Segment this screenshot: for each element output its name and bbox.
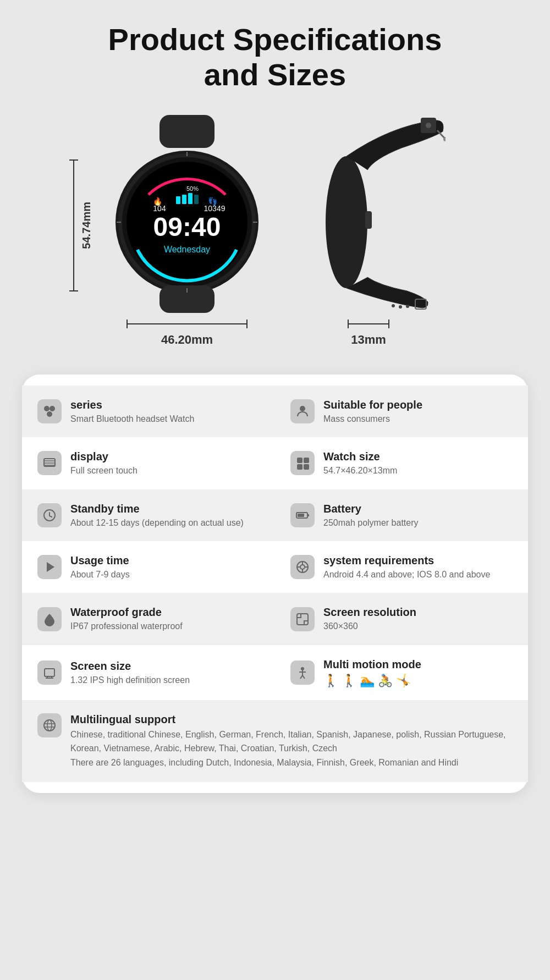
svg-text:Wednesday: Wednesday bbox=[164, 245, 210, 254]
battery-value: 250mah polymer battery bbox=[323, 517, 419, 529]
motion-icon-4: 🚴 bbox=[378, 674, 393, 688]
battery-text: Battery 250mah polymer battery bbox=[323, 502, 419, 529]
width-label: 46.20mm bbox=[161, 333, 213, 347]
series-value: Smart Bluetooth headset Watch bbox=[70, 413, 194, 425]
svg-text:09:40: 09:40 bbox=[153, 212, 221, 241]
spec-series: series Smart Bluetooth headset Watch bbox=[22, 386, 275, 437]
svg-rect-45 bbox=[298, 514, 304, 517]
series-label: series bbox=[70, 398, 194, 412]
svg-point-32 bbox=[50, 406, 55, 411]
sysreq-text: system requirements Android 4.4 and abov… bbox=[323, 553, 490, 581]
display-text: display Full screen touch bbox=[70, 449, 138, 477]
motion-text: Multi motion mode 🚶 🚶 🏊 🚴 🤸 bbox=[323, 657, 421, 688]
spec-row-3: Standby time About 12-15 days (depending… bbox=[22, 489, 528, 541]
screen-size-value: 1.32 IPS high definition screen bbox=[70, 674, 190, 686]
motion-icon-5: 🤸 bbox=[396, 674, 411, 688]
spec-row-7: Multilingual support Chinese, traditiona… bbox=[22, 700, 528, 782]
svg-rect-41 bbox=[297, 464, 302, 470]
svg-rect-46 bbox=[307, 514, 309, 516]
spec-resolution: Screen resolution 360×360 bbox=[275, 593, 528, 645]
spec-row-4: Usage time About 7-9 days system require… bbox=[22, 541, 528, 593]
spec-standby: Standby time About 12-15 days (depending… bbox=[22, 489, 275, 541]
spec-row-6: Screen size 1.32 IPS high definition scr… bbox=[22, 645, 528, 700]
watch-front: 54.74mm 09:40 Wednesday bbox=[105, 115, 270, 347]
spec-display: display Full screen touch bbox=[22, 437, 275, 489]
usage-icon bbox=[37, 555, 62, 579]
sysreq-value: Android 4.4 and above; IOS 8.0 and above bbox=[323, 569, 490, 581]
spec-suitable: Suitable for people Mass consumers bbox=[275, 386, 528, 437]
display-icon bbox=[37, 451, 62, 475]
suitable-value: Mass consumers bbox=[323, 413, 422, 425]
spec-screen-size: Screen size 1.32 IPS high definition scr… bbox=[22, 645, 275, 700]
motion-icons: 🚶 🚶 🏊 🚴 🤸 bbox=[323, 674, 421, 688]
diagram-section: 54.74mm 09:40 Wednesday bbox=[0, 93, 550, 347]
svg-point-31 bbox=[44, 406, 50, 411]
series-text: series Smart Bluetooth headset Watch bbox=[70, 398, 194, 425]
width-dimension: 46.20mm bbox=[105, 320, 270, 347]
height-label: 54.74mm bbox=[80, 202, 93, 249]
specs-card: series Smart Bluetooth headset Watch Sui… bbox=[22, 375, 528, 793]
svg-point-34 bbox=[300, 406, 305, 411]
svg-text:👣: 👣 bbox=[208, 197, 218, 206]
suitable-text: Suitable for people Mass consumers bbox=[323, 398, 422, 425]
resolution-label: Screen resolution bbox=[323, 605, 416, 619]
spec-usage: Usage time About 7-9 days bbox=[22, 541, 275, 593]
watch-side-svg bbox=[292, 115, 446, 313]
spec-multilingual: Multilingual support Chinese, traditiona… bbox=[37, 712, 513, 770]
watch-container: 54.74mm 09:40 Wednesday bbox=[33, 115, 517, 347]
svg-rect-55 bbox=[45, 669, 54, 676]
spec-row-2: display Full screen touch Watch size 54.… bbox=[22, 437, 528, 489]
battery-icon bbox=[290, 503, 315, 527]
standby-label: Standby time bbox=[70, 502, 244, 516]
multilingual-text: Multilingual support Chinese, traditiona… bbox=[70, 712, 513, 770]
usage-value: About 7-9 days bbox=[70, 569, 130, 581]
standby-icon bbox=[37, 503, 62, 527]
svg-text:50%: 50% bbox=[186, 185, 199, 192]
waterproof-label: Waterproof grade bbox=[70, 605, 183, 619]
motion-icon bbox=[290, 660, 315, 685]
svg-text:🔥: 🔥 bbox=[153, 197, 163, 206]
svg-point-65 bbox=[47, 720, 52, 731]
suitable-label: Suitable for people bbox=[323, 398, 422, 412]
sysreq-icon bbox=[290, 555, 315, 579]
page-title: Product Specifications and Sizes bbox=[75, 22, 475, 93]
multilingual-icon bbox=[37, 713, 62, 737]
resolution-icon bbox=[290, 607, 315, 631]
waterproof-value: IP67 professional waterproof bbox=[70, 620, 183, 632]
series-icon bbox=[37, 399, 62, 423]
motion-label: Multi motion mode bbox=[323, 657, 421, 671]
battery-label: Battery bbox=[323, 502, 419, 516]
suitable-icon bbox=[290, 399, 315, 423]
resolution-value: 360×360 bbox=[323, 620, 416, 632]
screen-size-text: Screen size 1.32 IPS high definition scr… bbox=[70, 659, 190, 686]
svg-point-24 bbox=[426, 123, 431, 128]
usage-text: Usage time About 7-9 days bbox=[70, 553, 130, 581]
svg-rect-54 bbox=[297, 614, 308, 625]
spec-watch-size: Watch size 54.7×46.20×13mm bbox=[275, 437, 528, 489]
watch-size-label: Watch size bbox=[323, 449, 397, 464]
thickness-label: 13mm bbox=[351, 333, 386, 347]
waterproof-text: Waterproof grade IP67 professional water… bbox=[70, 605, 183, 632]
svg-rect-22 bbox=[365, 211, 372, 229]
multilingual-value: Chinese, traditional Chinese, English, G… bbox=[70, 728, 513, 770]
resolution-text: Screen resolution 360×360 bbox=[323, 605, 416, 632]
watch-front-svg: 09:40 Wednesday 104 10349 50% 🔥 👣 bbox=[105, 115, 270, 313]
svg-rect-11 bbox=[188, 193, 193, 204]
motion-icon-3: 🏊 bbox=[360, 674, 375, 688]
svg-rect-9 bbox=[176, 196, 180, 204]
svg-rect-40 bbox=[304, 458, 309, 463]
spec-sysreq: system requirements Android 4.4 and abov… bbox=[275, 541, 528, 593]
spec-motion: Multi motion mode 🚶 🚶 🏊 🚴 🤸 bbox=[275, 645, 528, 700]
waterproof-icon bbox=[37, 607, 62, 631]
svg-rect-10 bbox=[182, 195, 186, 204]
spec-waterproof: Waterproof grade IP67 professional water… bbox=[22, 593, 275, 645]
spec-row-1: series Smart Bluetooth headset Watch Sui… bbox=[22, 386, 528, 437]
watch-size-icon bbox=[290, 451, 315, 475]
spec-row-5: Waterproof grade IP67 professional water… bbox=[22, 593, 528, 645]
thickness-dimension: 13mm bbox=[348, 320, 389, 347]
watch-side: 13mm bbox=[292, 115, 446, 347]
watch-size-value: 54.7×46.20×13mm bbox=[323, 465, 397, 477]
svg-point-64 bbox=[44, 720, 55, 731]
svg-rect-12 bbox=[194, 195, 199, 204]
svg-rect-42 bbox=[304, 464, 309, 470]
